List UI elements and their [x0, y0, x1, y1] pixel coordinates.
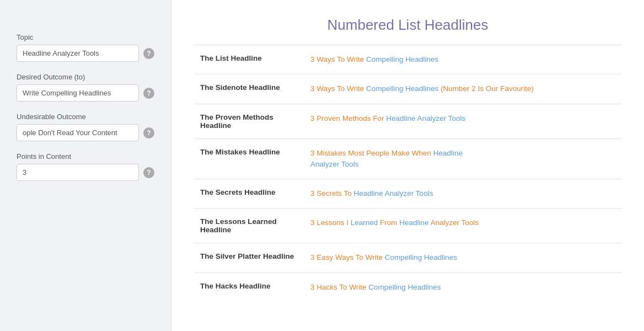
headline-result: 3 Mistakes Most People Make When Headlin…: [304, 138, 622, 179]
desired-outcome-field-group: Desired Outcome (to) ?: [17, 73, 154, 102]
headline-result: 3 Ways To Write Compelling Headlines (Nu…: [304, 74, 622, 104]
undesirable-outcome-field-group: Undesirable Outcome ?: [17, 113, 154, 141]
points-field-group: Points in Content ?: [17, 152, 154, 181]
desired-outcome-input[interactable]: [17, 84, 139, 102]
headline-result: 3 Easy Ways To Write Compelling Headline…: [304, 243, 622, 273]
headline-type: The Hacks Headline: [194, 273, 304, 302]
topic-label: Topic: [17, 33, 154, 41]
table-row: The Sidenote Headline 3 Ways To Write Co…: [194, 74, 622, 104]
topic-input[interactable]: [17, 45, 139, 62]
headline-type: The Mistakes Headline: [194, 138, 304, 179]
points-label: Points in Content: [17, 152, 154, 161]
sidebar: Topic ? Desired Outcome (to) ? Undesirab…: [0, 0, 171, 331]
headline-type: The Secrets Headline: [194, 179, 304, 209]
topic-field-group: Topic ?: [17, 33, 154, 62]
headline-type: The Silver Platter Headline: [194, 243, 304, 273]
points-help-icon[interactable]: ?: [143, 167, 154, 178]
desired-outcome-label: Desired Outcome (to): [17, 73, 154, 81]
table-row: The Secrets Headline 3 Secrets To Headli…: [194, 179, 622, 209]
headline-result: 3 Proven Methods For Headline Analyzer T…: [304, 104, 622, 138]
topic-help-icon[interactable]: ?: [143, 48, 154, 59]
headline-type: The List Headline: [194, 45, 304, 74]
main-content: Numbered List Headlines The List Headlin…: [171, 0, 644, 331]
table-row: The Proven Methods Headline 3 Proven Met…: [194, 104, 622, 138]
undesirable-outcome-label: Undesirable Outcome: [17, 113, 154, 121]
headline-result: 3 Secrets To Headline Analyzer Tools: [304, 179, 622, 209]
page-title: Numbered List Headlines: [194, 17, 622, 34]
table-row: The Mistakes Headline 3 Mistakes Most Pe…: [194, 138, 622, 179]
undesirable-outcome-input[interactable]: [17, 124, 139, 141]
table-row: The List Headline 3 Ways To Write Compel…: [194, 45, 622, 74]
table-row: The Lessons Learned Headline 3 Lessons I…: [194, 209, 622, 243]
headline-result: 3 Lessons I Learned From Headline Analyz…: [304, 209, 622, 243]
undesirable-outcome-row: ?: [17, 124, 154, 141]
headline-type: The Proven Methods Headline: [194, 104, 304, 138]
headline-type: The Sidenote Headline: [194, 74, 304, 104]
headline-type: The Lessons Learned Headline: [194, 209, 304, 243]
desired-outcome-help-icon[interactable]: ?: [143, 88, 154, 99]
undesirable-outcome-help-icon[interactable]: ?: [143, 127, 154, 138]
points-input[interactable]: [17, 164, 139, 181]
points-row: ?: [17, 164, 154, 181]
table-row: The Silver Platter Headline 3 Easy Ways …: [194, 243, 622, 273]
table-row: The Hacks Headline 3 Hacks To Write Comp…: [194, 273, 622, 302]
desired-outcome-row: ?: [17, 84, 154, 102]
headline-result: 3 Ways To Write Compelling Headlines: [304, 45, 622, 74]
page-container: Topic ? Desired Outcome (to) ? Undesirab…: [0, 0, 644, 331]
headline-result: 3 Hacks To Write Compelling Headlines: [304, 273, 622, 302]
results-table: The List Headline 3 Ways To Write Compel…: [194, 45, 622, 302]
topic-row: ?: [17, 45, 154, 62]
